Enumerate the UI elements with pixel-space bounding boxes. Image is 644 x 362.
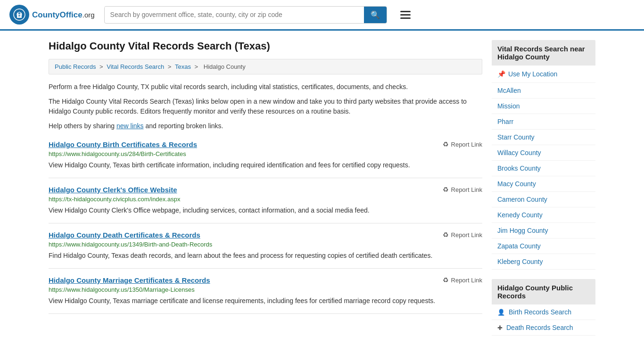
public-records-section: Hidalgo County Public Records 👤 Birth Re… — [492, 279, 595, 336]
report-link-3[interactable]: ♻ Report Link — [443, 231, 482, 239]
nearby-header: Vital Records Search near Hidalgo County — [492, 40, 595, 66]
use-location-link[interactable]: Use My Location — [508, 70, 557, 78]
sidebar-birth-records[interactable]: 👤 Birth Records Search — [492, 304, 595, 320]
breadcrumb-public-records[interactable]: Public Records — [55, 63, 96, 70]
page-title: Hidalgo County Vital Records Search (Tex… — [49, 40, 482, 52]
search-bar: 🔍 — [104, 6, 387, 24]
result-title-3[interactable]: Hidalgo County Death Certificates & Reco… — [49, 231, 200, 239]
public-records-header: Hidalgo County Public Records — [492, 279, 595, 304]
sidebar: Vital Records Search near Hidalgo County… — [492, 40, 595, 345]
breadcrumb-texas[interactable]: Texas — [175, 63, 191, 70]
main-container: Hidalgo County Vital Records Search (Tex… — [39, 31, 605, 354]
hamburger-icon — [400, 11, 411, 19]
menu-button[interactable] — [400, 11, 411, 19]
report-icon-2: ♻ — [443, 186, 449, 193]
search-button[interactable]: 🔍 — [364, 7, 387, 23]
use-my-location[interactable]: 📌 Use My Location — [492, 66, 595, 83]
breadcrumb-current: Hidalgo County — [204, 63, 246, 70]
report-link-1[interactable]: ♻ Report Link — [443, 140, 482, 148]
breadcrumb-vital-records[interactable]: Vital Records Search — [107, 63, 164, 70]
sidebar-item-jim-hogg-county[interactable]: Jim Hogg County — [492, 223, 595, 239]
result-url-4[interactable]: https://www.hidalgocounty.us/1350/Marria… — [49, 286, 482, 293]
sidebar-death-records[interactable]: ✚ Death Records Search — [492, 320, 595, 336]
sidebar-item-pharr[interactable]: Pharr — [492, 114, 595, 130]
birth-records-link[interactable]: Birth Records Search — [509, 308, 571, 316]
location-pin-icon: 📌 — [497, 70, 505, 78]
sidebar-item-willacy-county[interactable]: Willacy County — [492, 145, 595, 161]
breadcrumb: Public Records > Vital Records Search > … — [49, 59, 482, 74]
report-icon-3: ♻ — [443, 231, 449, 239]
sidebar-item-kenedy-county[interactable]: Kenedy County — [492, 207, 595, 223]
logo-icon: ⚙ — [9, 5, 29, 25]
plus-icon: ✚ — [497, 324, 503, 331]
sidebar-item-brooks-county[interactable]: Brooks County — [492, 161, 595, 176]
result-item-1: Hidalgo County Birth Certificates & Reco… — [49, 140, 482, 178]
result-title-4[interactable]: Hidalgo County Marriage Certificates & R… — [49, 276, 210, 284]
death-records-link[interactable]: Death Records Search — [506, 324, 573, 331]
report-icon-4: ♻ — [443, 276, 449, 284]
result-desc-1: View Hidalgo County, Texas birth certifi… — [49, 160, 482, 170]
logo-text: CountyOffice.org — [32, 10, 95, 20]
sidebar-item-mission[interactable]: Mission — [492, 99, 595, 114]
report-link-2[interactable]: ♻ Report Link — [443, 186, 482, 193]
logo-area[interactable]: ⚙ CountyOffice.org — [9, 5, 95, 25]
content-area: Hidalgo County Vital Records Search (Tex… — [49, 40, 482, 345]
sidebar-item-zapata-county[interactable]: Zapata County — [492, 239, 595, 254]
result-item-3: Hidalgo County Death Certificates & Reco… — [49, 231, 482, 269]
result-item-4: Hidalgo County Marriage Certificates & R… — [49, 276, 482, 314]
search-icon: 🔍 — [371, 11, 380, 19]
report-icon-1: ♻ — [443, 140, 449, 148]
search-input[interactable] — [105, 7, 364, 22]
svg-text:⚙: ⚙ — [18, 14, 21, 17]
intro-paragraph-1: Perform a free Hidalgo County, TX public… — [49, 82, 482, 92]
intro-paragraph-2: The Hidalgo County Vital Records Search … — [49, 97, 482, 116]
result-desc-4: View Hidalgo County, Texas marriage cert… — [49, 296, 482, 306]
result-desc-2: View Hidalgo County Clerk's Office webpa… — [49, 206, 482, 215]
sidebar-item-mcallen[interactable]: McAllen — [492, 83, 595, 99]
results-list: Hidalgo County Birth Certificates & Reco… — [49, 140, 482, 314]
result-title-2[interactable]: Hidalgo County Clerk's Office Website — [49, 186, 177, 194]
result-title-1[interactable]: Hidalgo County Birth Certificates & Reco… — [49, 140, 197, 148]
sidebar-item-cameron-county[interactable]: Cameron County — [492, 192, 595, 207]
nearby-section: Vital Records Search near Hidalgo County… — [492, 40, 595, 270]
person-icon: 👤 — [497, 309, 505, 316]
sidebar-item-starr-county[interactable]: Starr County — [492, 130, 595, 145]
result-desc-3: Find Hidalgo County, Texas death records… — [49, 251, 482, 261]
sidebar-item-macy-county[interactable]: Macy County — [492, 176, 595, 192]
header: ⚙ CountyOffice.org 🔍 — [0, 0, 644, 31]
sidebar-item-kleberg-county[interactable]: Kleberg County — [492, 254, 595, 270]
report-link-4[interactable]: ♻ Report Link — [443, 276, 482, 284]
help-paragraph: Help others by sharing new links and rep… — [49, 121, 482, 131]
result-item-2: Hidalgo County Clerk's Office Website ♻ … — [49, 186, 482, 223]
result-url-1[interactable]: https://www.hidalgocounty.us/284/Birth-C… — [49, 150, 482, 157]
result-url-2[interactable]: https://tx-hidalgocounty.civicplus.com/i… — [49, 196, 482, 203]
new-links-link[interactable]: new links — [116, 122, 144, 130]
result-url-3[interactable]: https://www.hidalgocounty.us/1349/Birth-… — [49, 241, 482, 248]
